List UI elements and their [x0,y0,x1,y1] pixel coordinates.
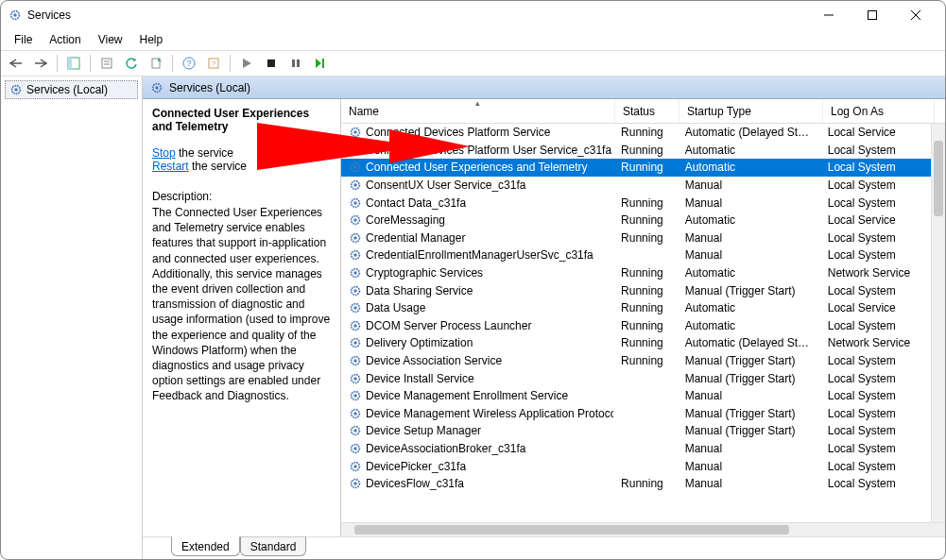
help-topic-button[interactable]: ? [202,53,225,74]
service-name-text: Device Install Service [366,372,474,385]
gear-icon [349,477,362,490]
help-button[interactable]: ? [178,53,200,74]
restart-link[interactable]: Restart [152,160,189,173]
vertical-scrollbar[interactable] [931,124,945,522]
toolbar-separator [90,55,91,72]
gear-icon [349,372,362,385]
service-name-text: DevicesFlow_c31fa [366,477,464,490]
svg-point-60 [353,430,357,433]
cell-logon: Local System [820,144,931,157]
cell-name: DevicesFlow_c31fa [341,477,613,490]
tab-standard[interactable]: Standard [240,536,307,556]
service-row[interactable]: Device Management Wireless Application P… [341,405,931,423]
service-row[interactable]: DeviceAssociationBroker_c31faManualLocal… [341,440,931,458]
sort-asc-icon: ▴ [475,98,480,108]
cell-status: Running [613,319,678,332]
service-name-text: Credential Manager [366,231,465,245]
pause-service-button[interactable] [284,53,307,74]
restart-service-button[interactable] [309,53,332,74]
back-button[interactable] [5,53,27,74]
gear-icon [349,354,362,367]
menu-view[interactable]: View [91,31,130,48]
service-row[interactable]: DevicesFlow_c31faRunningManualLocal Syst… [341,475,931,493]
tab-extended[interactable]: Extended [171,536,240,556]
stop-service-button[interactable] [260,53,283,74]
service-row[interactable]: Data UsageRunningAutomaticLocal Service [341,299,931,317]
service-row[interactable]: DCOM Server Process LauncherRunningAutom… [341,317,931,335]
cell-logon: Local System [820,442,931,455]
cell-logon: Local System [820,460,931,473]
cell-name: Device Association Service [341,354,613,367]
service-row[interactable]: CredentialEnrollmentManagerUserSvc_c31fa… [341,246,931,264]
cell-startup: Automatic [678,213,820,227]
cell-status: Running [613,231,678,245]
gear-icon [349,248,362,262]
column-logon[interactable]: Log On As [823,99,935,123]
service-row[interactable]: Device Association ServiceRunningManual … [341,352,931,370]
forward-button[interactable] [29,53,52,74]
service-name-text: CoreMessaging [366,213,445,227]
show-hide-tree-button[interactable] [62,53,85,74]
column-name[interactable]: Name ▴ [341,99,615,123]
menu-file[interactable]: File [7,31,40,48]
toolbar: ? ? [1,50,945,76]
description-text: The Connected User Experiences and Telem… [152,205,331,403]
list-rows[interactable]: Connected Devices Platform ServiceRunnin… [341,124,931,522]
gear-icon [349,196,362,210]
svg-point-42 [353,271,357,275]
service-row[interactable]: Connected Devices Platform User Service_… [341,142,931,160]
services-window: Services File Action View Help ? [0,0,946,560]
service-row[interactable]: Cryptographic ServicesRunningAutomaticNe… [341,264,931,282]
cell-logon: Local System [820,319,931,332]
menu-help[interactable]: Help [132,31,171,48]
gear-icon [349,442,362,455]
maximize-button[interactable] [851,1,894,29]
cell-logon: Local System [820,178,931,192]
service-row[interactable]: Connected User Experiences and Telemetry… [341,159,931,177]
tree-item-services-local[interactable]: Services (Local) [5,80,138,99]
gear-icon [349,144,362,157]
cell-logon: Local System [820,477,931,490]
cell-name: DCOM Server Process Launcher [341,319,613,332]
service-row[interactable]: Credential ManagerRunningManualLocal Sys… [341,229,931,247]
svg-point-23 [155,86,159,90]
service-row[interactable]: Device Setup ManagerManual (Trigger Star… [341,422,931,440]
stop-link[interactable]: Stop [152,146,176,160]
service-row[interactable]: Delivery OptimizationRunningAutomatic (D… [341,334,931,352]
cell-name: Cryptographic Services [341,266,613,280]
start-service-button[interactable] [235,53,258,74]
column-startup[interactable]: Startup Type [679,99,823,123]
stop-line: Stop the service [152,146,331,160]
tree-item-label: Services (Local) [26,83,108,96]
scrollbar-thumb[interactable] [354,525,789,535]
service-row[interactable]: CoreMessagingRunningAutomaticLocal Servi… [341,212,931,229]
service-name-text: Device Management Wireless Application P… [366,407,613,420]
service-row[interactable]: ConsentUX User Service_c31faManualLocal … [341,177,931,195]
export-button[interactable] [145,53,167,74]
service-name-text: DeviceAssociationBroker_c31fa [366,442,525,455]
service-row[interactable]: Data Sharing ServiceRunningManual (Trigg… [341,281,931,299]
service-row[interactable]: DevicePicker_c31faManualLocal System [341,457,931,475]
close-button[interactable] [894,1,937,29]
svg-rect-18 [297,59,300,67]
service-row[interactable]: Connected Devices Platform ServiceRunnin… [341,124,931,142]
gear-icon [349,336,362,349]
properties-button[interactable] [95,53,118,74]
service-name-text: Device Association Service [366,354,502,367]
cell-name: Connected Devices Platform Service [341,126,613,139]
gear-icon [349,407,362,420]
minimize-button[interactable] [807,1,851,29]
scrollbar-thumb[interactable] [934,141,943,216]
cell-startup: Manual (Trigger Start) [678,372,820,385]
column-status[interactable]: Status [615,99,679,123]
service-row[interactable]: Contact Data_c31faRunningManualLocal Sys… [341,194,931,212]
menu-action[interactable]: Action [42,31,88,48]
service-row[interactable]: Device Install ServiceManual (Trigger St… [341,369,931,387]
refresh-button[interactable] [120,53,143,74]
cell-status: Running [613,161,678,174]
list-pane: Name ▴ Status Startup Type Log On As Con… [341,99,945,536]
cell-name: Device Setup Manager [341,424,613,437]
service-row[interactable]: Device Management Enrollment ServiceManu… [341,387,931,405]
service-name-text: Contact Data_c31fa [366,196,466,210]
horizontal-scrollbar[interactable] [341,522,945,536]
